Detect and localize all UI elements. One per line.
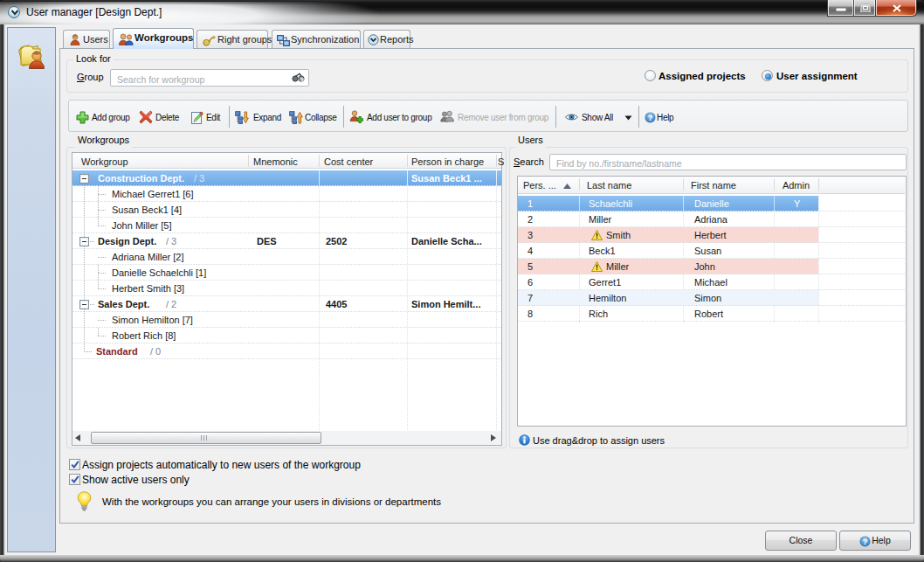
svg-text:?: ? [863, 538, 868, 546]
svg-text:?: ? [648, 114, 653, 122]
